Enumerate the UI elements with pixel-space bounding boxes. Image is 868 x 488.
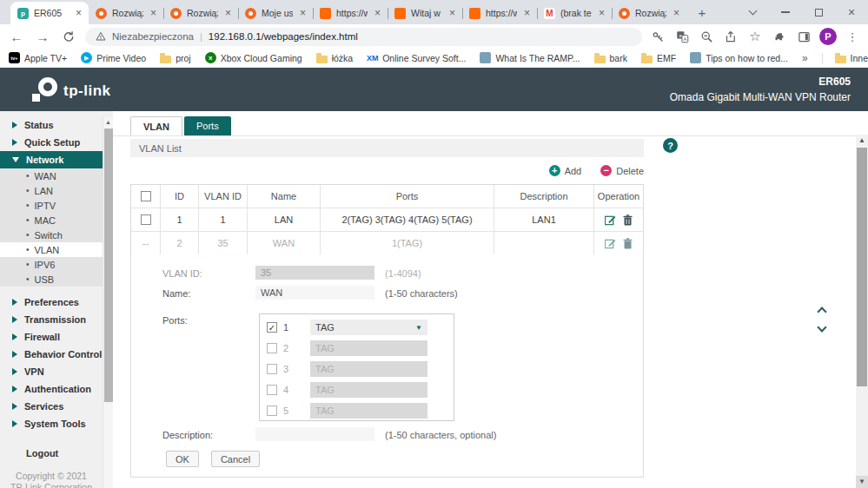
sidebar-item-system-tools[interactable]: System Tools — [0, 415, 103, 432]
password-key-icon[interactable] — [649, 28, 666, 45]
port-2-checkbox[interactable] — [267, 343, 277, 353]
help-icon[interactable]: ? — [663, 138, 678, 153]
port-3-checkbox[interactable] — [267, 364, 277, 374]
sidebar-item-quick-setup[interactable]: Quick Setup — [0, 134, 103, 151]
sidebar-item-status[interactable]: Status — [0, 116, 103, 134]
browser-tab-1[interactable]: Rozwiąza × — [89, 2, 163, 24]
close-icon[interactable]: × — [223, 7, 233, 19]
bookmark-prime-video[interactable]: ▶ Prime Video — [81, 52, 146, 63]
tab-search-icon[interactable] — [736, 0, 769, 24]
browser-tab-4[interactable]: https://w × — [313, 2, 388, 24]
scroll-up-icon[interactable]: ▲ — [103, 117, 113, 128]
add-button[interactable]: + Add — [549, 165, 582, 176]
window-close-button[interactable]: × — [835, 0, 868, 24]
sidebar-item-vpn[interactable]: VPN — [0, 363, 103, 380]
profile-avatar[interactable]: P — [819, 28, 837, 45]
sidebar-subitem-switch[interactable]: •Switch — [0, 228, 113, 242]
port-1-checkbox[interactable]: ✓ — [267, 322, 277, 333]
page-scrollbar-thumb[interactable] — [857, 148, 867, 386]
port-1-mode-select[interactable]: TAG ▼ — [310, 320, 427, 335]
sidebar-item-behavior-control[interactable]: Behavior Control — [0, 346, 103, 363]
sidebar-item-transmission[interactable]: Transmission — [0, 311, 103, 328]
sidebar-subitem-lan[interactable]: •LAN — [0, 183, 113, 198]
delete-button[interactable]: − Delete — [600, 165, 644, 176]
url-text[interactable]: 192.168.0.1/webpages/index.html — [209, 31, 358, 42]
share-icon[interactable] — [722, 28, 739, 45]
cancel-button[interactable]: Cancel — [211, 451, 260, 467]
sidebar-item-firewall[interactable]: Firewall — [0, 328, 103, 346]
row-checkbox[interactable] — [141, 214, 151, 225]
reload-button[interactable] — [59, 27, 78, 46]
bookmark-xm[interactable]: XM Online Survey Soft... — [367, 52, 466, 63]
logout-link[interactable]: Logout — [0, 445, 103, 462]
page-scrollbar[interactable]: ▲ ▼ — [856, 135, 868, 488]
bookmark-emf-folder[interactable]: EMF — [641, 53, 676, 63]
close-icon[interactable]: × — [373, 7, 382, 19]
port-5-checkbox[interactable] — [267, 406, 277, 416]
bookmark-lozka-folder[interactable]: łóżka — [316, 53, 354, 63]
close-icon[interactable]: × — [74, 7, 83, 19]
close-icon[interactable]: × — [522, 7, 532, 19]
close-icon[interactable]: × — [597, 7, 606, 19]
close-icon[interactable]: × — [672, 7, 681, 19]
port-4-checkbox[interactable] — [267, 385, 277, 395]
browser-tab-7[interactable]: M (brak ten × — [537, 2, 612, 24]
sidebar-item-network[interactable]: Network — [0, 151, 113, 168]
bookmarks-overflow-icon[interactable]: » — [802, 52, 808, 64]
address-bar[interactable]: Niezabezpieczona | 192.168.0.1/webpages/… — [85, 28, 642, 46]
sidebar-subitem-mac[interactable]: •MAC — [0, 213, 113, 228]
chevron-down-icon[interactable] — [817, 322, 826, 332]
sidebar-subitem-ipv6[interactable]: •IPV6 — [0, 257, 113, 272]
side-panel-icon[interactable] — [795, 28, 812, 45]
bookmark-tips[interactable]: Tips on how to red... — [690, 52, 788, 63]
sidebar-scrollbar-thumb[interactable] — [104, 129, 113, 402]
restore-button[interactable] — [802, 0, 835, 24]
tab-vlan[interactable]: VLAN — [130, 116, 182, 135]
bookmark-proj-folder[interactable]: proj — [160, 53, 191, 63]
scroll-up-icon[interactable]: ▲ — [856, 135, 868, 147]
security-label[interactable]: Niezabezpieczona — [112, 31, 194, 42]
scroll-down-icon[interactable]: ▼ — [856, 476, 868, 488]
minimize-button[interactable] — [769, 0, 802, 24]
trash-icon[interactable] — [623, 238, 633, 249]
ok-button[interactable]: OK — [166, 451, 199, 467]
close-icon[interactable]: × — [149, 7, 158, 19]
new-tab-button[interactable]: + — [692, 2, 712, 23]
tab-ports[interactable]: Ports — [184, 116, 231, 135]
sidebar-item-authentication[interactable]: Authentication — [0, 380, 103, 398]
extensions-puzzle-icon[interactable] — [771, 28, 788, 45]
bookmark-star-icon[interactable]: ☆ — [746, 28, 764, 45]
sidebar-subitem-iptv[interactable]: •IPTV — [0, 198, 113, 213]
edit-icon[interactable] — [605, 214, 616, 226]
browser-tab-3[interactable]: Moje ust × — [238, 2, 313, 24]
forward-button[interactable]: → — [33, 27, 52, 46]
sidebar-subitem-usb[interactable]: •USB — [0, 272, 113, 287]
bookmark-appletv[interactable]: tv+ Apple TV+ — [9, 52, 67, 63]
sidebar-subitem-vlan-selected[interactable]: •VLAN — [0, 242, 113, 257]
browser-tab-8[interactable]: Rozwiąza × — [612, 2, 686, 24]
chevron-up-icon[interactable] — [817, 307, 826, 316]
close-icon[interactable]: × — [447, 7, 457, 19]
bookmark-ramp[interactable]: What Is The RAMP... — [480, 52, 580, 63]
sidebar-subitem-wan[interactable]: •WAN — [0, 168, 113, 183]
trash-icon[interactable] — [623, 214, 633, 226]
bookmark-bark-folder[interactable]: bark — [594, 53, 627, 63]
sidebar-scrollbar[interactable]: ▲ — [103, 117, 113, 488]
translate-icon[interactable]: aA — [673, 28, 691, 45]
select-all-checkbox[interactable] — [141, 191, 151, 201]
sidebar-item-services[interactable]: Services — [0, 398, 103, 415]
browser-tab-2[interactable]: Rozwiąza × — [163, 2, 238, 24]
browser-tab-5[interactable]: Witaj w × — [388, 2, 462, 24]
zoom-out-icon[interactable] — [698, 28, 715, 45]
bookmark-other-bookmarks[interactable]: Inne zakładki — [822, 53, 868, 63]
browser-tab-6[interactable]: https://w × — [462, 2, 537, 24]
edit-icon[interactable] — [605, 238, 616, 249]
name-input[interactable]: WAN — [255, 286, 374, 300]
browser-menu-icon[interactable]: ⋮ — [844, 28, 861, 45]
bookmark-xbox[interactable]: x Xbox Cloud Gaming — [205, 52, 302, 63]
sidebar-item-preferences[interactable]: Preferences — [0, 293, 103, 311]
close-icon[interactable]: × — [298, 7, 308, 19]
description-input[interactable] — [255, 427, 374, 441]
back-button[interactable]: ← — [7, 27, 26, 46]
browser-tab-er605[interactable]: p ER605 × — [10, 2, 89, 24]
